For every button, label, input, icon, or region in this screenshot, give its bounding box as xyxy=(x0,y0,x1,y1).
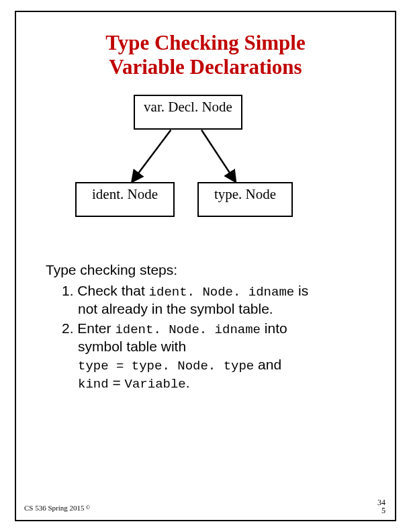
copyright-symbol: © xyxy=(86,504,91,511)
page-number-2: 5 xyxy=(377,506,385,515)
step1-suffix: is xyxy=(294,283,308,298)
slide-frame: Type Checking Simple Variable Declaratio… xyxy=(15,11,396,521)
step2-suffix: into xyxy=(261,320,287,336)
step1-line2: not already in the symbol table. xyxy=(62,300,371,318)
node-vardecl: var. Decl. Node xyxy=(134,95,242,130)
step2-line4-mid: = xyxy=(109,375,125,390)
steps-heading: Type checking steps: xyxy=(46,261,371,279)
node-type-label: type. Node xyxy=(214,186,276,202)
step1-prefix: 1. Check that xyxy=(62,283,149,298)
footer-left: CS 536 Spring 2015© xyxy=(24,504,90,512)
svg-line-2 xyxy=(201,130,235,181)
course-label: CS 536 Spring 2015 xyxy=(24,504,85,512)
step2-line3: type = type. Node. type and xyxy=(62,356,371,375)
node-ident-label: ident. Node xyxy=(92,186,158,202)
steps-list: 1. Check that ident. Node. idname is not… xyxy=(62,282,371,394)
step2-line4-code1: kind xyxy=(78,377,109,392)
step2-line2: symbol table with xyxy=(62,338,371,355)
svg-line-1 xyxy=(133,130,171,181)
step-2: 2. Enter ident. Node. idname into xyxy=(62,320,371,339)
step2-line4-suffix: . xyxy=(186,375,190,390)
node-vardecl-label: var. Decl. Node xyxy=(144,99,232,115)
tree-diagram: var. Decl. Node ident. Node type. Node xyxy=(16,95,395,249)
footer-right: 34 5 xyxy=(377,498,385,515)
slide-title: Type Checking Simple Variable Declaratio… xyxy=(16,31,395,79)
step1-code: ident. Node. idname xyxy=(149,285,295,300)
step-1: 1. Check that ident. Node. idname is xyxy=(62,282,371,301)
title-line-2: Variable Declarations xyxy=(109,55,302,79)
node-type: type. Node xyxy=(197,182,293,217)
step2-code: ident. Node. idname xyxy=(115,322,261,337)
step2-line3-suffix: and xyxy=(254,357,281,372)
body-content: Type checking steps: 1. Check that ident… xyxy=(46,261,371,393)
node-ident: ident. Node xyxy=(75,182,175,217)
step2-line4: kind = Variable. xyxy=(62,374,371,393)
step2-line4-code2: Variable xyxy=(125,377,186,392)
step2-prefix: 2. Enter xyxy=(62,320,115,336)
title-line-1: Type Checking Simple xyxy=(105,31,305,54)
step2-line3-code: type = type. Node. type xyxy=(78,359,254,373)
